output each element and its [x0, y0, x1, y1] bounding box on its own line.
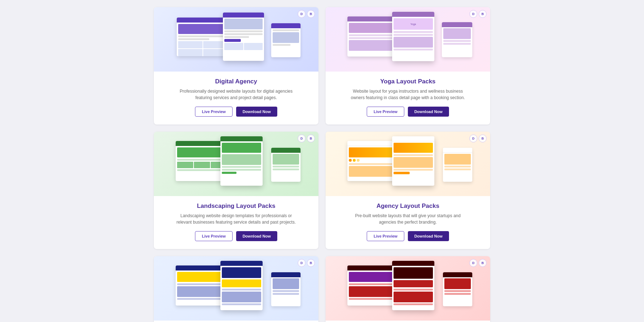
card-actions-yoga: Live Preview Download Now — [334, 107, 482, 117]
screen-extra-agency — [443, 148, 472, 182]
screen-front-agency — [392, 136, 434, 186]
screen-extra-digital — [271, 23, 301, 57]
badge-b-yoga: B — [479, 10, 487, 18]
preview-button-landscaping[interactable]: Live Preview — [195, 231, 233, 241]
card-title-landscaping: Landscaping Layout Packs — [162, 203, 310, 210]
card-title-agency: Agency Layout Packs — [334, 203, 482, 210]
screen-stack-agency — [342, 135, 474, 192]
card-brewery: D B — [326, 256, 490, 322]
preview-button-agency[interactable]: Live Preview — [367, 231, 404, 241]
screen-back-digital — [177, 18, 229, 56]
card-image-handyman: D B — [154, 256, 318, 321]
card-body-handyman: Handyman Layout Packs Website layouts fo… — [154, 321, 318, 322]
card-image-brewery: D B — [326, 256, 490, 321]
download-button-digital[interactable]: Download Now — [236, 107, 277, 117]
screen-stack-landscaping — [170, 135, 302, 192]
preview-button-yoga[interactable]: Live Preview — [367, 107, 404, 117]
badge-b-handyman: B — [307, 259, 315, 267]
card-title-yoga: Yoga Layout Packs — [334, 78, 482, 85]
badge-b-digital: B — [307, 10, 315, 18]
card-agency: D B — [326, 132, 490, 249]
screen-stack-digital — [170, 11, 302, 68]
badge-b-brewery: B — [479, 259, 487, 267]
card-image-digital: D B — [154, 7, 318, 72]
preview-button-digital[interactable]: Live Preview — [195, 107, 233, 117]
card-digital-agency: D B — [154, 7, 318, 125]
card-body-brewery: Brewery Layout Packs Website design for … — [326, 321, 490, 322]
card-image-agency: D B — [326, 132, 490, 196]
screen-extra-landscaping — [271, 148, 301, 182]
card-image-yoga: D B Yoga — [326, 7, 490, 72]
screen-front-handyman — [220, 261, 263, 310]
card-body-agency: Agency Layout Packs Pre-built website la… — [326, 196, 490, 249]
card-desc-landscaping: Landscaping website design templates for… — [175, 213, 297, 225]
card-actions-digital: Live Preview Download Now — [162, 107, 310, 117]
screen-stack-handyman — [170, 260, 302, 317]
screen-extra-handyman — [271, 272, 301, 306]
screen-extra-yoga — [442, 22, 472, 57]
screen-stack-brewery — [342, 260, 474, 317]
screen-extra-brewery — [443, 272, 472, 306]
screen-front-yoga: Yoga — [392, 12, 434, 61]
card-actions-agency: Live Preview Download Now — [334, 231, 482, 241]
card-actions-landscaping: Live Preview Download Now — [162, 231, 310, 241]
card-desc-yoga: Website layout for yoga instructors and … — [347, 88, 469, 101]
card-landscaping: D B — [154, 132, 318, 249]
screen-stack-yoga: Yoga — [342, 11, 474, 68]
card-desc-digital: Professionally designed website layouts … — [175, 88, 297, 101]
card-image-landscaping: D B — [154, 132, 318, 196]
screen-front-brewery — [392, 261, 434, 310]
card-title-digital: Digital Agency — [162, 78, 310, 85]
card-desc-agency: Pre-built website layouts that will give… — [347, 213, 469, 225]
card-yoga: D B Yoga — [326, 7, 490, 125]
badge-b-landscaping: B — [307, 135, 315, 142]
layout-pack-grid: D B — [154, 7, 490, 322]
card-body-yoga: Yoga Layout Packs Website layout for yog… — [326, 72, 490, 125]
screen-front-landscaping — [220, 136, 263, 186]
card-body-landscaping: Landscaping Layout Packs Landscaping web… — [154, 196, 318, 249]
badge-b-agency: B — [479, 135, 487, 142]
card-body-digital: Digital Agency Professionally designed w… — [154, 72, 318, 125]
screen-front-digital — [223, 13, 264, 61]
download-button-yoga[interactable]: Download Now — [408, 107, 449, 117]
download-button-agency[interactable]: Download Now — [408, 231, 449, 241]
download-button-landscaping[interactable]: Download Now — [236, 231, 277, 241]
card-handyman: D B — [154, 256, 318, 322]
